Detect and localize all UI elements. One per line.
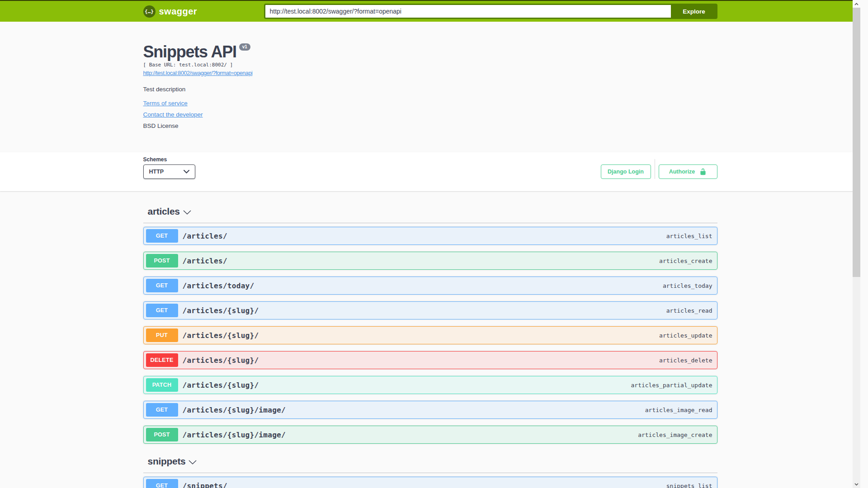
operation-path: /articles/{slug}/image/ bbox=[183, 406, 286, 414]
api-info-section: Snippets API v1 [ Base URL: test.local:8… bbox=[0, 22, 860, 152]
tag-title: articles bbox=[148, 206, 180, 217]
download-url-form: Explore bbox=[264, 4, 717, 19]
operation-list: GET /articles/ articles_list POST /artic… bbox=[143, 223, 717, 444]
operation-id: articles_image_create bbox=[638, 432, 712, 438]
api-title-row: Snippets API v1 bbox=[143, 42, 717, 61]
scheme-selected-value: HTTP bbox=[149, 169, 164, 175]
auth-wrapper: Django Login Authorize bbox=[601, 159, 717, 179]
terms-of-service-link[interactable]: Terms of service bbox=[143, 100, 188, 107]
operation-row[interactable]: PATCH /articles/{slug}/ articles_partial… bbox=[143, 376, 717, 394]
tag-header[interactable]: articles bbox=[143, 206, 717, 223]
operation-path: /articles/{slug}/image/ bbox=[183, 431, 286, 439]
operation-row[interactable]: GET /articles/{slug}/image/ articles_ima… bbox=[143, 401, 717, 419]
operation-id: articles_today bbox=[663, 282, 712, 289]
operation-row[interactable]: GET /articles/ articles_list bbox=[143, 227, 717, 245]
contact-developer-link[interactable]: Contact the developer bbox=[143, 111, 203, 118]
base-url: [ Base URL: test.local:8002/ ] bbox=[143, 62, 717, 68]
tag-header[interactable]: snippets bbox=[143, 456, 717, 473]
page-title: Snippets API bbox=[143, 42, 236, 61]
swagger-ui-page: {…} swagger Explore Snippets API v1 [ Ba… bbox=[0, 0, 860, 488]
operation-id: snippets_list bbox=[666, 483, 712, 488]
operation-row[interactable]: GET /articles/today/ articles_today bbox=[143, 277, 717, 295]
scrollbar-down-button[interactable] bbox=[853, 480, 860, 488]
version-badge: v1 bbox=[239, 43, 250, 51]
operation-path: /articles/{slug}/ bbox=[183, 306, 259, 315]
api-description: Test description bbox=[143, 86, 717, 93]
spec-url-input[interactable] bbox=[264, 4, 671, 19]
method-badge: PATCH bbox=[146, 378, 178, 392]
operation-path: /articles/{slug}/ bbox=[183, 356, 259, 365]
method-badge: GET bbox=[146, 304, 178, 317]
operation-id: articles_delete bbox=[659, 357, 712, 364]
tag-section: snippets GET /snippets/ snippets_list bbox=[143, 456, 717, 488]
operation-id: articles_partial_update bbox=[631, 382, 712, 389]
spec-link[interactable]: http://test.local:8002/swagger/?format=o… bbox=[143, 70, 253, 77]
swagger-logo: {…} swagger bbox=[143, 5, 198, 18]
chevron-down-icon bbox=[189, 460, 197, 465]
operation-id: articles_list bbox=[666, 233, 712, 239]
swagger-logo-icon: {…} bbox=[143, 5, 156, 18]
django-login-button[interactable]: Django Login bbox=[601, 164, 651, 179]
django-login-label: Django Login bbox=[608, 169, 644, 175]
unlock-icon bbox=[699, 168, 707, 175]
scroll-up-icon bbox=[854, 3, 859, 5]
chevron-down-icon bbox=[183, 210, 191, 215]
method-badge: GET bbox=[146, 403, 178, 417]
method-badge: GET bbox=[146, 229, 178, 243]
operation-path: /articles/today/ bbox=[183, 282, 255, 290]
operation-id: articles_read bbox=[666, 307, 712, 314]
operation-row[interactable]: POST /articles/{slug}/image/ articles_im… bbox=[143, 426, 717, 444]
method-badge: DELETE bbox=[146, 353, 178, 367]
operation-row[interactable]: DELETE /articles/{slug}/ articles_delete bbox=[143, 351, 717, 369]
license-label: BSD License bbox=[143, 122, 717, 129]
operation-row[interactable]: POST /articles/ articles_create bbox=[143, 252, 717, 270]
chevron-down-icon bbox=[184, 170, 189, 174]
method-badge: GET bbox=[146, 479, 178, 488]
method-badge: PUT bbox=[146, 328, 178, 342]
api-sections: articles GET /articles/ articles_list PO… bbox=[143, 191, 717, 488]
operation-path: /articles/{slug}/ bbox=[183, 381, 259, 389]
auth-divider bbox=[655, 159, 655, 179]
method-badge: POST bbox=[146, 254, 178, 267]
scrollbar-thumb[interactable] bbox=[853, 8, 860, 277]
operation-path: /articles/{slug}/ bbox=[183, 331, 259, 340]
operation-id: articles_create bbox=[659, 258, 712, 264]
operation-id: articles_image_read bbox=[645, 407, 712, 413]
method-badge: POST bbox=[146, 428, 178, 441]
operation-path: /articles/ bbox=[183, 232, 227, 240]
topbar: {…} swagger Explore bbox=[0, 0, 860, 22]
explore-button[interactable]: Explore bbox=[671, 4, 717, 19]
operation-row[interactable]: GET /articles/{slug}/ articles_read bbox=[143, 301, 717, 319]
authorize-label: Authorize bbox=[669, 169, 695, 175]
swagger-logo-text: swagger bbox=[159, 6, 198, 17]
scrollbar-up-button[interactable] bbox=[853, 0, 860, 8]
scheme-container: Schemes HTTP Django Login Authorize bbox=[0, 152, 860, 191]
operation-row[interactable]: PUT /articles/{slug}/ articles_update bbox=[143, 326, 717, 344]
scroll-down-icon bbox=[854, 483, 859, 486]
tag-title: snippets bbox=[148, 456, 186, 467]
schemes-label: Schemes bbox=[143, 156, 195, 163]
operation-id: articles_update bbox=[659, 332, 712, 339]
tag-section: articles GET /articles/ articles_list PO… bbox=[143, 206, 717, 444]
scheme-select[interactable]: HTTP bbox=[143, 164, 195, 179]
operation-list: GET /snippets/ snippets_list bbox=[143, 473, 717, 488]
operation-row[interactable]: GET /snippets/ snippets_list bbox=[143, 477, 717, 488]
operation-path: /snippets/ bbox=[183, 482, 227, 488]
vertical-scrollbar[interactable] bbox=[853, 0, 860, 488]
method-badge: GET bbox=[146, 279, 178, 292]
authorize-button[interactable]: Authorize bbox=[659, 164, 717, 179]
operation-path: /articles/ bbox=[183, 257, 227, 265]
